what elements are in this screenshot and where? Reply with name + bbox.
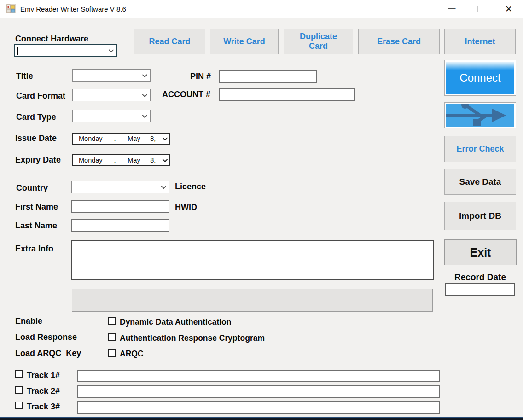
- title-select[interactable]: [72, 69, 151, 82]
- issue-date-label: Issue Date: [15, 134, 57, 143]
- error-check-button[interactable]: Error Check: [444, 136, 516, 162]
- connect-button[interactable]: Connect: [444, 60, 516, 96]
- window-bottom-edge: [0, 417, 523, 420]
- authentication-response-cryptogram-label: Authentication Response Cryptogram: [120, 333, 265, 343]
- extra-info-label: Extra Info: [15, 244, 53, 254]
- internet-button[interactable]: Internet: [444, 29, 516, 54]
- import-db-button[interactable]: Import DB: [444, 202, 516, 230]
- last-name-label: Last Name: [15, 221, 57, 231]
- expiry-date-picker[interactable]: Monday . May 8,: [72, 154, 170, 166]
- app-window: Emv Reader Writer Software V 8.6 — ✕ Con…: [0, 0, 523, 420]
- checkbox-track-1[interactable]: [15, 370, 23, 378]
- chevron-down-icon: [163, 135, 168, 140]
- card-type-select[interactable]: [72, 110, 151, 122]
- chevron-down-icon: [142, 112, 147, 117]
- expiry-date-label: Expiry Date: [15, 155, 61, 165]
- usb-panel[interactable]: [444, 102, 516, 128]
- track-2-input[interactable]: [77, 385, 440, 398]
- country-select[interactable]: [71, 181, 169, 193]
- chevron-down-icon: [161, 184, 166, 189]
- connect-hardware-label: Connect Hardware: [15, 34, 88, 44]
- expiry-date-day: Monday: [79, 157, 105, 164]
- read-card-button[interactable]: Read Card: [134, 29, 205, 54]
- status-bar: [72, 289, 433, 312]
- account-input[interactable]: [219, 88, 355, 101]
- erase-card-button[interactable]: Erase Card: [358, 29, 440, 54]
- record-date-input[interactable]: [445, 283, 515, 296]
- exit-button[interactable]: Exit: [444, 239, 517, 265]
- first-name-input[interactable]: [71, 200, 169, 213]
- enable-label: Enable: [15, 316, 42, 326]
- checkbox-dynamic-data-authentication[interactable]: [108, 317, 116, 325]
- extra-info-textarea[interactable]: [71, 240, 434, 280]
- card-format-select[interactable]: [72, 89, 151, 101]
- arqc-label: ARQC: [120, 349, 144, 359]
- checkbox-authentication-response-cryptogram[interactable]: [108, 333, 116, 341]
- track-3-label: Track 3#: [27, 402, 60, 412]
- issue-date-number: 8,: [144, 135, 163, 142]
- chevron-down-icon: [142, 92, 147, 97]
- pin-input[interactable]: [219, 70, 317, 83]
- minimize-icon: —: [448, 5, 455, 13]
- maximize-button[interactable]: [466, 0, 494, 18]
- title-bar: Emv Reader Writer Software V 8.6 — ✕: [0, 0, 523, 18]
- last-name-input[interactable]: [71, 219, 169, 232]
- connect-button-label: Connect: [459, 71, 500, 84]
- card-format-label: Card Format: [16, 91, 72, 101]
- account-label: ACCOUNT #: [162, 90, 210, 99]
- expiry-date-month: May: [124, 157, 143, 164]
- issue-date-picker[interactable]: Monday . May 8,: [72, 133, 170, 145]
- card-type-label: Card Type: [16, 112, 56, 122]
- load-response-label: Load Response: [15, 332, 77, 342]
- text-cursor: [17, 47, 18, 55]
- title-label: Title: [16, 71, 33, 81]
- track-1-label: Track 1#: [27, 371, 60, 380]
- save-data-button[interactable]: Save Data: [444, 169, 516, 195]
- issue-date-month: May: [124, 135, 143, 142]
- chevron-down-icon: [163, 157, 168, 162]
- dynamic-data-authentication-label: Dynamic Data Authentication: [120, 317, 231, 327]
- checkbox-track-2[interactable]: [15, 386, 23, 394]
- track-3-input[interactable]: [77, 401, 440, 414]
- load-arqc-key-label: Load ARQC Key: [15, 349, 81, 358]
- window-title: Emv Reader Writer Software V 8.6: [20, 5, 126, 13]
- pin-label: PIN #: [190, 72, 211, 82]
- issue-date-day: Monday: [79, 135, 105, 142]
- track-1-input[interactable]: [77, 370, 440, 382]
- duplicate-card-button[interactable]: Duplicate Card: [284, 29, 353, 54]
- first-name-label: First Name: [15, 202, 58, 212]
- write-card-button[interactable]: Write Card: [210, 29, 279, 54]
- hwid-label: HWID: [175, 203, 197, 212]
- checkbox-track-3[interactable]: [15, 402, 23, 409]
- issue-date-separator: .: [105, 135, 124, 142]
- licence-label: Licence: [175, 182, 206, 192]
- expiry-date-separator: .: [105, 157, 124, 164]
- record-date-label: Record Date: [444, 272, 516, 282]
- chevron-down-icon: [109, 47, 114, 52]
- expiry-date-number: 8,: [144, 157, 163, 164]
- minimize-button[interactable]: —: [437, 0, 466, 18]
- usb-icon: [446, 104, 514, 127]
- app-icon: [6, 4, 16, 13]
- country-label: Country: [16, 183, 48, 193]
- close-icon: ✕: [505, 4, 512, 14]
- track-2-label: Track 2#: [27, 386, 60, 396]
- hardware-select[interactable]: [14, 44, 117, 57]
- close-button[interactable]: ✕: [494, 0, 523, 18]
- maximize-icon: [477, 6, 483, 12]
- checkbox-arqc[interactable]: [108, 349, 116, 357]
- chevron-down-icon: [142, 72, 147, 77]
